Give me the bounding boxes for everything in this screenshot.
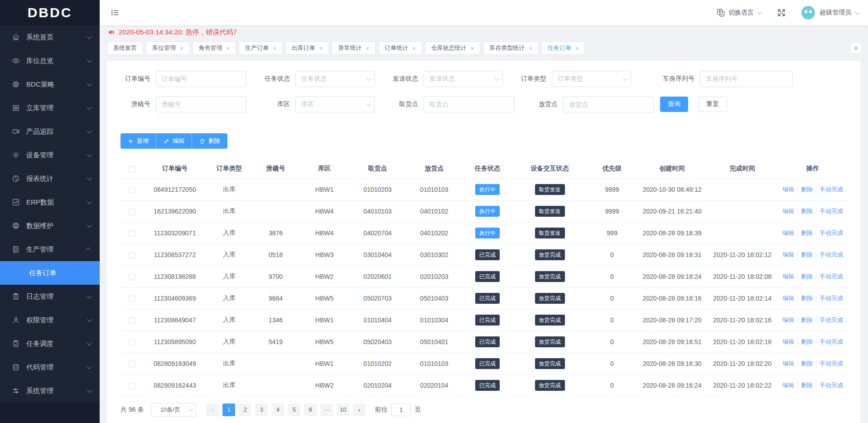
next-page-button[interactable]: › [353,404,366,416]
pick-point-input[interactable] [424,96,514,112]
user-menu[interactable]: 超级管理员 [801,6,858,19]
delete-link[interactable]: 删除 [797,208,816,214]
sidebar-item[interactable]: 系统管理 [0,379,100,403]
page-button[interactable]: 3 [255,404,268,416]
edit-link[interactable]: 编辑 [779,229,797,236]
manual-complete-link[interactable]: 手动完成 [816,382,846,389]
tab[interactable]: 出库订单 × [285,41,329,55]
close-icon[interactable]: × [529,45,532,51]
sidebar-item[interactable]: 日志管理 [0,285,100,308]
goto-page-input[interactable] [391,404,411,416]
edit-link[interactable]: 编辑 [779,316,797,323]
sidebar-item[interactable]: 设备管理 [0,143,100,167]
tab[interactable]: 订单统计 × [378,41,422,55]
delete-link[interactable]: 删除 [797,295,816,301]
row-checkbox[interactable] [129,187,135,193]
delete-button[interactable]: 删除 [192,133,227,149]
page-button[interactable]: ··· [320,404,333,416]
manual-complete-link[interactable]: 手动完成 [816,251,846,258]
row-checkbox[interactable] [129,296,135,302]
edit-link[interactable]: 编辑 [779,360,797,367]
page-button[interactable]: 6 [304,404,317,416]
sidebar-item[interactable]: 报表统计 [0,167,100,190]
manual-complete-link[interactable]: 手动完成 [816,229,846,236]
page-size-select[interactable]: 10条/页 [151,403,196,417]
tabs-expand-button[interactable] [850,42,862,54]
prev-page-button[interactable]: ‹ [206,404,219,416]
language-switcher[interactable]: 切换语言 [716,8,761,17]
manual-complete-link[interactable]: 手动完成 [816,273,846,280]
delete-link[interactable]: 删除 [797,382,816,389]
sidebar-item[interactable]: 代码管理 [0,355,100,379]
order-type-select[interactable]: 订单类型 [552,71,631,87]
tab[interactable]: 系统首页 [107,41,143,55]
sidebar-subitem-task-orders[interactable]: 任务订单 [0,261,100,285]
delete-link[interactable]: 删除 [797,338,816,345]
delete-link[interactable]: 删除 [797,360,816,367]
manual-complete-link[interactable]: 手动完成 [816,186,846,193]
tab[interactable]: 异常统计 × [332,41,376,55]
row-checkbox[interactable] [129,339,135,345]
edit-button[interactable]: 编辑 [156,133,192,149]
row-checkbox[interactable] [129,361,135,367]
delete-link[interactable]: 删除 [797,316,816,323]
close-icon[interactable]: × [227,45,230,51]
close-icon[interactable]: × [273,45,276,51]
page-button[interactable]: 5 [288,404,300,416]
sidebar-item[interactable]: ERP数据 [0,190,100,214]
close-icon[interactable]: × [319,45,323,51]
drop-point-input[interactable] [563,96,654,112]
fullscreen-icon[interactable] [777,8,786,17]
skid-no-input[interactable] [156,96,246,112]
manual-complete-link[interactable]: 手动完成 [816,295,846,301]
row-checkbox[interactable] [129,317,135,324]
close-icon[interactable]: × [471,45,474,51]
edit-link[interactable]: 编辑 [779,382,797,389]
row-checkbox[interactable] [129,274,135,280]
page-button[interactable]: 1 [222,404,235,416]
delete-link[interactable]: 删除 [797,186,816,193]
tab[interactable]: 生产订单 × [239,41,283,55]
vin-input[interactable] [700,71,793,87]
manual-complete-link[interactable]: 手动完成 [816,316,846,323]
sidebar-item[interactable]: BDC策略 [0,73,100,96]
row-checkbox[interactable] [129,209,135,215]
edit-link[interactable]: 编辑 [779,251,797,258]
manual-complete-link[interactable]: 手动完成 [816,208,846,214]
sidebar-item[interactable]: 生产管理 [0,238,100,261]
sidebar-item[interactable]: 数据维护 [0,214,100,238]
delete-link[interactable]: 删除 [797,273,816,280]
task-status-select[interactable]: 任务状态 [295,71,375,87]
sidebar-item[interactable]: 立库管理 [0,96,100,120]
tab[interactable]: 角色管理 × [193,41,236,55]
manual-complete-link[interactable]: 手动完成 [816,360,846,367]
close-icon[interactable]: × [366,45,369,51]
send-status-select[interactable]: 发送状态 [424,71,503,87]
sidebar-item[interactable]: 任务调度 [0,332,100,355]
page-button[interactable]: 2 [239,404,251,416]
add-button[interactable]: 新增 [121,133,156,149]
row-checkbox[interactable] [129,230,135,237]
tab[interactable]: 仓库状态统计 × [425,41,481,55]
reset-button[interactable]: 重置 [698,97,727,112]
search-button[interactable]: 查询 [660,97,688,112]
manual-complete-link[interactable]: 手动完成 [816,338,846,345]
row-checkbox[interactable] [129,383,135,389]
delete-link[interactable]: 删除 [797,229,816,236]
close-icon[interactable]: × [412,45,416,51]
page-button[interactable]: 10 [337,404,349,416]
menu-unfold-icon[interactable] [111,8,120,17]
order-no-input[interactable] [156,71,246,87]
tab[interactable]: 库存类型统计 × [483,41,539,55]
sidebar-item[interactable]: 产品追踪 [0,120,100,143]
edit-link[interactable]: 编辑 [779,208,797,214]
sidebar-item[interactable]: 库位总览 [0,49,100,73]
tab[interactable]: 库位管理 × [146,41,190,55]
select-all-checkbox[interactable] [129,166,135,172]
page-button[interactable]: 4 [271,404,284,416]
tab[interactable]: 任务订单 × [541,41,585,55]
edit-link[interactable]: 编辑 [779,186,797,193]
edit-link[interactable]: 编辑 [779,295,797,301]
row-checkbox[interactable] [129,252,135,258]
edit-link[interactable]: 编辑 [779,338,797,345]
